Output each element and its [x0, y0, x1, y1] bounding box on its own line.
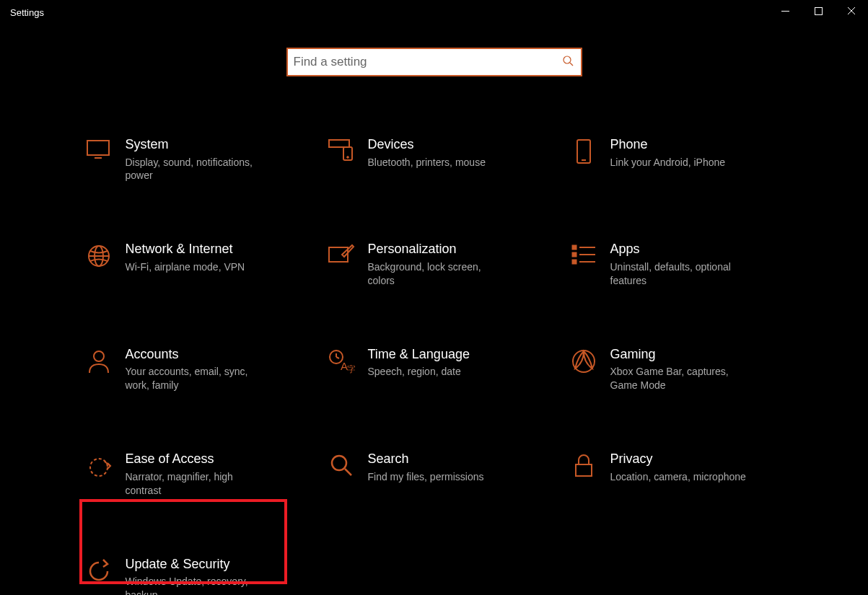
tile-desc: Speech, region, date — [368, 365, 505, 379]
tile-title: Search — [368, 451, 527, 467]
tile-personalization[interactable]: Personalization Background, lock screen,… — [320, 239, 530, 290]
settings-grid: System Display, sound, notifications, po… — [0, 134, 868, 595]
minimize-button[interactable] — [768, 0, 802, 22]
ease-of-access-icon — [84, 453, 114, 483]
window-title: Settings — [10, 7, 44, 18]
tile-title: Accounts — [126, 347, 284, 363]
time-language-icon: A字 — [326, 348, 356, 379]
tile-desc: Display, sound, notifications, power — [126, 156, 263, 183]
update-icon — [84, 558, 114, 589]
tile-desc: Your accounts, email, sync, work, family — [126, 365, 263, 392]
apps-icon — [569, 243, 599, 273]
tile-gaming[interactable]: Gaming Xbox Game Bar, captures, Game Mod… — [563, 344, 772, 395]
gaming-icon — [569, 348, 599, 379]
tile-system[interactable]: System Display, sound, notifications, po… — [78, 134, 287, 185]
tile-title: Gaming — [610, 347, 769, 363]
search-icon — [562, 55, 574, 69]
svg-rect-8 — [329, 140, 349, 147]
tile-desc: Background, lock screen, colors — [368, 260, 505, 288]
lock-icon — [569, 453, 599, 483]
tile-privacy[interactable]: Privacy Location, camera, microphone — [563, 449, 772, 500]
tile-title: Update & Security — [126, 557, 284, 573]
tile-title: System — [126, 137, 284, 153]
tile-network[interactable]: Network & Internet Wi-Fi, airplane mode,… — [78, 239, 287, 290]
close-button[interactable] — [835, 0, 868, 22]
globe-icon — [84, 243, 114, 273]
tile-title: Phone — [610, 137, 769, 153]
tile-phone[interactable]: Phone Link your Android, iPhone — [563, 134, 772, 185]
maximize-button[interactable] — [802, 0, 835, 22]
tile-desc: Xbox Game Bar, captures, Game Mode — [610, 365, 748, 392]
svg-point-23 — [94, 351, 104, 361]
tile-devices[interactable]: Devices Bluetooth, printers, mouse — [320, 134, 530, 185]
tile-desc: Narrator, magnifier, high contrast — [126, 470, 263, 498]
tile-update-security[interactable]: Update & Security Windows Update, recove… — [78, 554, 287, 596]
svg-rect-1 — [815, 7, 822, 14]
tile-desc: Wi-Fi, airplane mode, VPN — [126, 260, 263, 274]
tile-desc: Uninstall, defaults, optional features — [610, 260, 748, 288]
system-icon — [84, 138, 114, 169]
svg-rect-18 — [572, 252, 577, 257]
tile-desc: Find my files, permissions — [368, 470, 505, 484]
svg-rect-16 — [329, 247, 348, 262]
svg-point-32 — [332, 456, 346, 470]
titlebar: Settings — [0, 0, 868, 29]
svg-rect-17 — [572, 245, 577, 250]
tile-search[interactable]: Search Find my files, permissions — [320, 449, 530, 500]
tile-accounts[interactable]: Accounts Your accounts, email, sync, wor… — [78, 344, 287, 395]
tile-title: Devices — [368, 137, 527, 153]
tile-title: Personalization — [368, 242, 527, 257]
tile-ease-of-access[interactable]: Ease of Access Narrator, magnifier, high… — [78, 449, 287, 500]
accounts-icon — [84, 348, 114, 379]
tile-title: Time & Language — [368, 347, 527, 363]
tile-title: Network & Internet — [126, 242, 284, 257]
tile-title: Apps — [610, 242, 769, 257]
svg-line-26 — [336, 357, 339, 358]
tile-desc: Location, camera, microphone — [610, 470, 748, 484]
tile-desc: Link your Android, iPhone — [610, 156, 748, 169]
svg-point-4 — [564, 56, 571, 63]
svg-rect-6 — [87, 141, 109, 155]
svg-rect-34 — [576, 464, 592, 476]
magnifier-icon — [326, 453, 356, 483]
search-box[interactable] — [286, 48, 582, 76]
svg-point-10 — [346, 157, 348, 159]
phone-icon — [569, 138, 599, 169]
svg-line-33 — [345, 469, 351, 475]
devices-icon — [326, 138, 356, 169]
tile-title: Privacy — [610, 451, 769, 467]
svg-text:字: 字 — [347, 364, 355, 374]
tile-apps[interactable]: Apps Uninstall, defaults, optional featu… — [563, 239, 772, 290]
svg-line-5 — [570, 63, 573, 66]
tile-desc: Bluetooth, printers, mouse — [368, 156, 505, 169]
personalization-icon — [326, 243, 356, 273]
tile-desc: Windows Update, recovery, backup — [126, 575, 263, 595]
tile-title: Ease of Access — [126, 451, 284, 467]
search-input[interactable] — [294, 55, 562, 69]
svg-rect-19 — [572, 260, 577, 264]
tile-time-language[interactable]: A字 Time & Language Speech, region, date — [320, 344, 530, 395]
